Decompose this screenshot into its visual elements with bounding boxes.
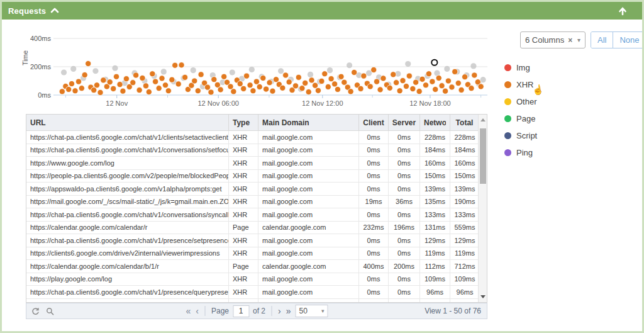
scatter-point-XHR[interactable] [309, 77, 314, 83]
scatter-point-muted-other[interactable] [191, 67, 196, 73]
scatter-point-XHR[interactable] [374, 79, 379, 84]
scatter-point-XHR[interactable] [75, 79, 81, 84]
table-row[interactable]: https://chat-pa.clients6.google.com/chat… [26, 131, 479, 144]
scatter-point-XHR[interactable] [72, 88, 78, 94]
scatter-point-XHR[interactable] [367, 84, 373, 89]
scatter-point-XHR[interactable] [452, 69, 458, 74]
scatter-point-XHR[interactable] [445, 78, 451, 84]
legend-item-script[interactable]: Script [504, 127, 537, 144]
scatter-point-muted-other[interactable] [61, 69, 67, 75]
scatter-point-XHR[interactable] [179, 62, 184, 68]
scatter-point-XHR[interactable] [136, 87, 142, 93]
scatter-point-XHR[interactable] [231, 89, 236, 94]
scatter-point-XHR[interactable] [257, 84, 262, 89]
scatter-point-XHR[interactable] [97, 89, 103, 95]
table-row[interactable]: https://www.google.com/logXHRmail.google… [26, 157, 479, 170]
scatter-point-XHR[interactable] [270, 88, 275, 94]
page-number-input[interactable] [233, 305, 249, 317]
scatter-point-XHR[interactable] [169, 77, 175, 82]
scatter-point-XHR[interactable] [423, 82, 428, 88]
column-header-main-domain[interactable]: Main Domain [258, 115, 359, 130]
scatter-point-XHR[interactable] [315, 87, 321, 93]
scatter-point-XHR[interactable] [111, 86, 116, 91]
scatter-point-XHR[interactable] [264, 86, 269, 92]
none-button[interactable]: None [613, 32, 644, 48]
scatter-point-XHR[interactable] [107, 79, 113, 85]
scatter-point-muted-other[interactable] [444, 66, 450, 72]
table-row[interactable]: https://chat-pa.clients6.google.com/chat… [26, 234, 479, 247]
scatter-point-XHR[interactable] [86, 60, 91, 66]
scrollbar-thumb[interactable] [480, 128, 486, 184]
scatter-point-XHR[interactable] [371, 67, 377, 72]
scatter-point-XHR[interactable] [397, 88, 402, 94]
scatter-point-XHR[interactable] [120, 88, 126, 94]
scatter-point-XHR[interactable] [165, 88, 171, 94]
scatter-point-XHR[interactable] [410, 86, 416, 92]
first-page-button[interactable]: « [186, 307, 192, 315]
scatter-point-XHR[interactable] [406, 73, 412, 79]
scatter-point-XHR[interactable] [218, 87, 223, 93]
scatter-point-XHR[interactable] [243, 73, 249, 79]
scatter-point-XHR[interactable] [143, 83, 148, 89]
scatter-point-XHR[interactable] [358, 86, 364, 91]
scatter-point-muted-other[interactable] [249, 67, 255, 72]
scatter-point-XHR[interactable] [208, 89, 214, 95]
scatter-point-muted-other[interactable] [480, 77, 486, 82]
columns-dropdown[interactable]: 6 Columns × ▾ [520, 31, 586, 48]
scrollbar-up-arrow-icon[interactable] [480, 118, 486, 121]
scatter-point-XHR[interactable] [469, 86, 474, 91]
table-scrollbar[interactable] [478, 115, 487, 302]
legend-item-page[interactable]: Page [504, 110, 537, 127]
scatter-point-XHR[interactable] [211, 77, 217, 82]
scatter-point-XHR[interactable] [79, 86, 84, 91]
scatter-point-XHR[interactable] [146, 89, 152, 94]
scatter-point-muted-other[interactable] [70, 66, 76, 72]
scatter-point-XHR[interactable] [472, 72, 477, 78]
scrollbar-down-arrow-icon[interactable] [480, 295, 486, 298]
scatter-point-XHR[interactable] [175, 81, 181, 87]
scatter-point-XHR[interactable] [341, 79, 347, 85]
scatter-point-XHR[interactable] [380, 76, 386, 81]
scatter-point-XHR[interactable] [153, 79, 158, 84]
scatter-point-XHR[interactable] [260, 75, 266, 81]
scatter-point-XHR[interactable] [335, 86, 340, 92]
scatter-point-XHR[interactable] [400, 77, 406, 83]
scatter-point-XHR[interactable] [449, 84, 455, 90]
scatter-point-XHR[interactable] [267, 80, 272, 86]
scatter-point-XHR[interactable] [348, 89, 353, 94]
legend-item-xhr[interactable]: XHR [504, 76, 537, 93]
scatter-point-XHR[interactable] [156, 86, 162, 91]
scatter-point-selected-point[interactable] [431, 60, 437, 65]
scatter-point-XHR[interactable] [303, 80, 308, 86]
legend-item-img[interactable]: Img [504, 59, 537, 76]
scatter-point-XHR[interactable] [394, 80, 399, 86]
scatter-point-XHR[interactable] [82, 72, 87, 77]
scatter-point-XHR[interactable] [204, 84, 210, 90]
scatter-point-XHR[interactable] [426, 71, 431, 77]
panel-header[interactable]: Requests [2, 2, 642, 20]
scatter-point-XHR[interactable] [250, 88, 256, 94]
scatter-point-XHR[interactable] [195, 88, 201, 94]
table-row[interactable]: https://chat-pa.clients6.google.com/chat… [26, 144, 479, 157]
scatter-point-XHR[interactable] [338, 74, 344, 79]
scatter-point-XHR[interactable] [387, 85, 392, 91]
scatter-point-XHR[interactable] [101, 77, 106, 83]
scatter-point-muted-other[interactable] [308, 72, 313, 77]
scatter-point-XHR[interactable] [312, 82, 318, 88]
scatter-point-XHR[interactable] [332, 81, 338, 87]
scatter-point-XHR[interactable] [280, 85, 286, 91]
scatter-point-XHR[interactable] [172, 62, 178, 68]
scatter-point-XHR[interactable] [328, 76, 334, 82]
scatter-point-XHR[interactable] [59, 89, 65, 94]
scatter-point-XHR[interactable] [253, 79, 259, 84]
scatter-point-XHR[interactable] [296, 74, 301, 80]
scatter-point-XHR[interactable] [439, 83, 445, 89]
scatter-point-XHR[interactable] [123, 76, 129, 82]
page-size-select[interactable]: 50 ▾ [295, 305, 328, 317]
column-header-type[interactable]: Type [229, 115, 258, 130]
table-row[interactable]: https://calendar.google.com/calendar/b/1… [26, 260, 479, 273]
scatter-point-XHR[interactable] [478, 84, 484, 89]
scatter-point-muted-other[interactable] [230, 69, 235, 75]
scatter-point-XHR[interactable] [391, 72, 396, 77]
prev-page-button[interactable]: ‹ [195, 307, 199, 315]
